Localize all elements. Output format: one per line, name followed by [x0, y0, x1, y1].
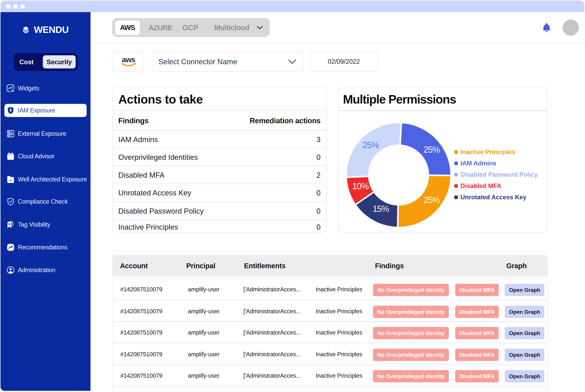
- svg-text:10%: 10%: [352, 181, 369, 191]
- svg-text:aws: aws: [122, 55, 135, 64]
- svg-text:25%: 25%: [363, 140, 379, 150]
- svg-text:25%: 25%: [424, 195, 440, 205]
- svg-text:25%: 25%: [424, 145, 440, 154]
- svg-text:15%: 15%: [373, 204, 389, 214]
